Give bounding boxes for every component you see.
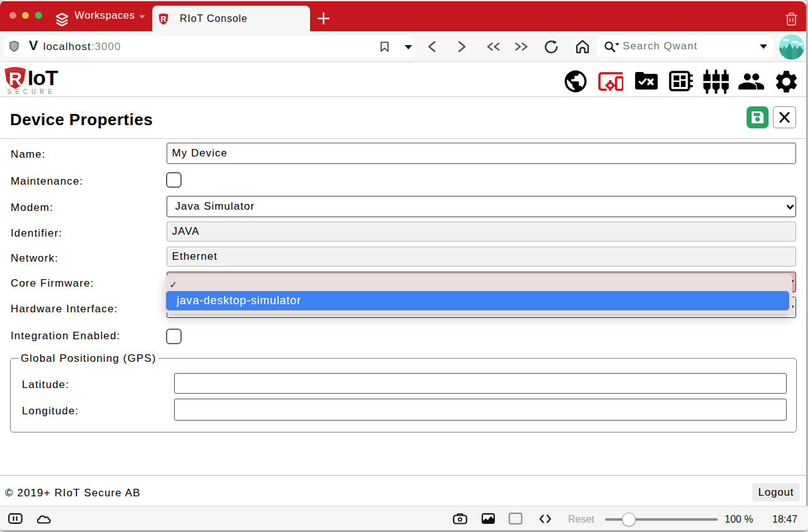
svg-text:R: R bbox=[160, 14, 167, 24]
svg-text:SECURE: SECURE bbox=[8, 88, 56, 95]
svg-text:R: R bbox=[9, 69, 22, 89]
svg-text:IoT: IoT bbox=[28, 66, 58, 90]
